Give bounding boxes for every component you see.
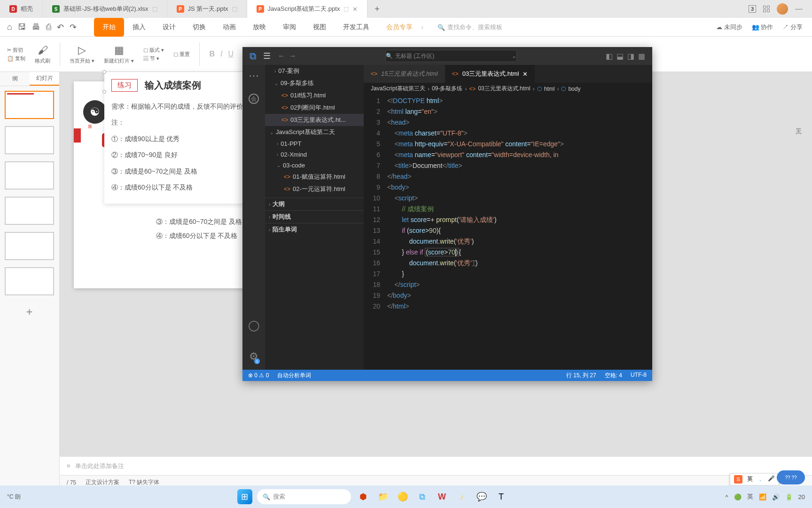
tab-ppt1[interactable]: P JS 第一天.pptx ⬚ xyxy=(167,0,247,18)
reset-button[interactable]: ▢ 重置 xyxy=(173,51,190,57)
folder-item[interactable]: ⌄ 09-多敲多练 xyxy=(265,77,364,89)
file-item[interactable]: <> 02-一元运算符.html xyxy=(265,183,364,195)
collab-button[interactable]: 👥 协作 xyxy=(752,23,773,32)
weather[interactable]: °C 朗 xyxy=(7,493,21,501)
thumbnail-active[interactable] xyxy=(5,91,54,119)
pin-icon[interactable]: ⬚ xyxy=(232,6,237,12)
menu-dev[interactable]: 开发工具 xyxy=(335,18,378,37)
file-item[interactable]: <> 01-赋值运算符.html xyxy=(265,171,364,183)
thumbnail[interactable] xyxy=(5,161,54,190)
battery-icon[interactable]: 🔋 xyxy=(785,493,793,500)
undo-icon[interactable]: ↶ xyxy=(57,22,64,32)
layout-icon[interactable]: ⬓ xyxy=(617,52,624,61)
panel-outline[interactable]: › 大纲 xyxy=(265,198,364,210)
tray-lang[interactable]: 英 xyxy=(747,492,753,501)
resize-handle[interactable] xyxy=(102,90,106,94)
close-icon[interactable]: ✕ xyxy=(352,6,358,13)
folder-item[interactable]: › 01-PPT xyxy=(265,138,364,149)
nav-back-icon[interactable]: ← xyxy=(278,52,285,60)
grid-icon[interactable] xyxy=(763,6,770,12)
cut-button[interactable]: ✂ 剪切 xyxy=(7,47,25,54)
cursor-pos[interactable]: 行 15, 列 27 xyxy=(566,372,596,380)
clock[interactable]: 20 xyxy=(798,493,805,500)
account-icon[interactable]: ◯ xyxy=(248,319,260,332)
system-tray[interactable]: ^ 🟢 英 📶 🔊 🔋 20 xyxy=(725,492,805,501)
encoding[interactable]: UTF-8 xyxy=(631,372,647,380)
wechat-icon[interactable]: 💬 xyxy=(474,489,489,504)
page-indicator[interactable]: / 75 xyxy=(67,479,76,486)
save-icon[interactable]: 🖫 xyxy=(18,22,26,32)
wps-icon[interactable]: W xyxy=(435,489,450,504)
folder-item[interactable]: › 07-案例 xyxy=(265,65,364,77)
menu-animation[interactable]: 动画 xyxy=(214,18,244,37)
gear-icon[interactable]: ⚙1 xyxy=(249,350,258,363)
spaces[interactable]: 空格: 4 xyxy=(605,372,622,380)
outline-tab[interactable]: 纲 xyxy=(0,72,30,86)
breadcrumb[interactable]: JavaScript基础第三天 › 09-多敲多练 › <> 03三元里表达式.… xyxy=(364,83,652,95)
preview-icon[interactable]: ⎙ xyxy=(46,22,51,32)
taskbar-search[interactable]: 🔍搜索 xyxy=(257,489,351,504)
minimize-icon[interactable]: — xyxy=(795,5,803,13)
vscode-taskbar-icon[interactable]: ⧉ xyxy=(415,489,430,504)
editor-tab[interactable]: <>15三元里表达式.html xyxy=(364,65,445,83)
menu-design[interactable]: 设计 xyxy=(154,18,184,37)
tab-daoké[interactable]: D 稻壳 xyxy=(0,0,43,18)
command-search[interactable]: 🔍 查找命令、搜索模板 xyxy=(433,21,507,34)
avatar[interactable] xyxy=(777,3,788,15)
menu-review[interactable]: 审阅 xyxy=(274,18,304,37)
bold-button[interactable]: B xyxy=(209,50,215,58)
thumbnail[interactable] xyxy=(5,232,54,260)
chrome-icon[interactable]: 🟡 xyxy=(395,489,410,504)
pin-icon[interactable]: ⬚ xyxy=(344,6,349,12)
share-button[interactable]: ↗ 分享 xyxy=(782,23,803,32)
menu-vip[interactable]: 会员专享 xyxy=(378,18,421,37)
tab-xlsx[interactable]: S 基础班-JS-移动web单词(2).xlsx ⬚ xyxy=(43,0,167,18)
add-slide-button[interactable]: + xyxy=(5,302,54,321)
code-area[interactable]: 1234567891011121314151617181920 <!DOCTYP… xyxy=(364,95,652,370)
format-painter[interactable]: 🖌 格式刷 xyxy=(35,44,50,64)
code-lines[interactable]: <!DOCTYPE html> <html lang="en"> <head> … xyxy=(387,95,652,370)
text-icon[interactable]: T xyxy=(494,489,509,504)
volume-icon[interactable]: 🔊 xyxy=(772,493,780,500)
sync-status[interactable]: ☁ 未同步 xyxy=(716,23,742,32)
ime-mic-icon[interactable]: 🎤 xyxy=(768,475,775,484)
slides-tab[interactable]: 幻灯片 xyxy=(30,72,59,86)
underline-button[interactable]: U xyxy=(228,50,234,58)
file-item-active[interactable]: <> 03三元里表达式.ht... xyxy=(265,114,364,126)
section-button[interactable]: ▤ 节 ▾ xyxy=(143,55,164,62)
layout-button[interactable]: ▢ 版式 ▾ xyxy=(143,47,164,54)
file-item[interactable]: <> 02判断闰年.html xyxy=(265,102,364,114)
close-icon[interactable]: ✕ xyxy=(523,71,528,78)
ime-bar[interactable]: S 英 ， 🎤 xyxy=(730,473,779,485)
layout-icon[interactable]: ◧ xyxy=(606,52,613,61)
analyze[interactable]: 自动分析单词 xyxy=(277,372,311,380)
avatar-circle-icon[interactable]: 会 xyxy=(249,94,259,104)
thumbnail[interactable] xyxy=(5,267,54,295)
clock-widget[interactable]: ?? ?? xyxy=(777,470,805,484)
start-button[interactable]: ⊞ xyxy=(237,489,252,504)
folder-item[interactable]: ⌄ 03-code xyxy=(265,160,364,171)
hamburger-icon[interactable]: ☰ xyxy=(263,51,271,61)
errors[interactable]: ⊗ 0 ⚠ 0 xyxy=(248,372,269,379)
chevron-up-icon[interactable]: ^ xyxy=(725,493,728,500)
thumbnail[interactable] xyxy=(5,126,54,154)
editor-tab-active[interactable]: <>03三元里表达式.html✕ xyxy=(445,65,535,83)
pin-icon[interactable]: ⬚ xyxy=(152,6,157,12)
menu-view[interactable]: 视图 xyxy=(304,18,335,37)
new-slide-button[interactable]: ▦ 新建幻灯片 ▾ xyxy=(104,44,134,64)
folder-item[interactable]: › 02-Xmind xyxy=(265,149,364,160)
folder-item[interactable]: ⌄ JavaScript基础第二天 xyxy=(265,126,364,138)
tab-ppt2-active[interactable]: P JavaScript基础第二天.pptx ⬚ ✕ xyxy=(247,0,368,18)
vscode-titlebar[interactable]: ⧉ ☰ ← → 🔍 无标题 (工作区) ⌄ ◧ ⬓ ◨ ▦ xyxy=(242,47,652,65)
print-icon[interactable]: 🖶 xyxy=(32,22,40,32)
ime-punct[interactable]: ， xyxy=(757,475,763,484)
chevron-down-icon[interactable]: ⌄ xyxy=(512,53,516,59)
menu-slideshow[interactable]: 放映 xyxy=(244,18,274,37)
notes-pane[interactable]: ≡ 单击此处添加备注 xyxy=(60,456,812,475)
file-item[interactable]: <> 01if练习.html xyxy=(265,89,364,102)
nav-fwd-icon[interactable]: → xyxy=(289,52,297,60)
menu-insert[interactable]: 插入 xyxy=(124,18,154,37)
ellipsis-icon[interactable]: ⋯ xyxy=(249,70,259,82)
explorer-icon[interactable]: 📁 xyxy=(375,489,390,504)
panel-words[interactable]: › 陌生单词 xyxy=(265,223,364,236)
